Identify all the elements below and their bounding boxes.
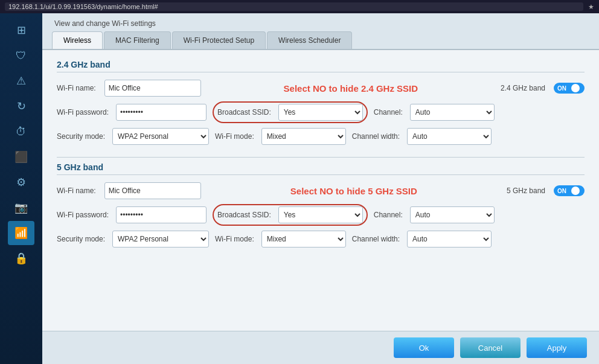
- band-24ghz-annotation: Select NO to hide 2.4 GHz SSID: [206, 83, 496, 94]
- band-24ghz-toggle[interactable]: ON: [554, 83, 585, 94]
- band-5ghz-channel-group: Channel: Auto3640: [374, 206, 495, 223]
- band-24ghz-band-label: 2.4 GHz band: [501, 84, 549, 92]
- content-area: View and change Wi-Fi settings Wireless …: [42, 13, 599, 364]
- cancel-button[interactable]: Cancel: [460, 337, 521, 358]
- tabs-bar: Wireless MAC Filtering Wi-Fi Protected S…: [42, 31, 599, 49]
- top-bar: 192.168.1.1/ui/1.0.99.191563/dynamic/hom…: [0, 0, 599, 13]
- band-5ghz-wifimode-label: Wi-Fi mode:: [215, 235, 258, 243]
- band-5ghz-toggle-circle: [571, 187, 580, 195]
- band-5ghz-password-group: Wi-Fi password:: [57, 206, 207, 223]
- band-24ghz-toggle-circle: [571, 84, 580, 92]
- band-5ghz-channel-select[interactable]: Auto3640: [410, 206, 495, 223]
- band-5ghz-name-input[interactable]: [104, 182, 201, 199]
- band-5ghz-toggle[interactable]: ON: [554, 185, 585, 196]
- tab-wireless[interactable]: Wireless: [52, 31, 103, 49]
- ok-button[interactable]: Ok: [394, 337, 454, 358]
- band-24ghz-channel-group: Channel: Auto123: [374, 104, 495, 121]
- band-5ghz-wifimode-select[interactable]: Mixed 802.11ac: [261, 231, 346, 247]
- band-5ghz-row1: Wi-Fi name: Select NO to hide 5 GHz SSID…: [57, 182, 585, 199]
- band-5ghz-wifimode-group: Wi-Fi mode: Mixed 802.11ac: [215, 231, 346, 247]
- band-24ghz-channel-label: Channel:: [374, 108, 406, 117]
- sidebar-icon-wifi[interactable]: 📶: [8, 221, 34, 245]
- band-5ghz-annotation: Select NO to hide 5 GHz SSID: [206, 186, 502, 196]
- sidebar-icon-clock[interactable]: ⏱: [8, 120, 34, 144]
- apply-button[interactable]: Apply: [527, 337, 587, 358]
- band-24ghz-chwidth-select[interactable]: Auto 20 MHz 40 MHz: [407, 128, 492, 145]
- tab-scheduler[interactable]: Wireless Scheduler: [267, 31, 352, 49]
- band-24ghz-chwidth-label: Channel width:: [352, 132, 403, 141]
- main-panel: 2.4 GHz band Wi-Fi name: Select NO to hi…: [42, 49, 599, 331]
- sidebar-icon-camera[interactable]: 📷: [8, 196, 34, 220]
- band-24ghz-password-label: Wi-Fi password:: [57, 108, 112, 117]
- tab-mac-filtering[interactable]: MAC Filtering: [104, 31, 171, 49]
- band-5ghz-row2: Wi-Fi password: Broadcast SSID: Yes No C…: [57, 204, 585, 226]
- band-24ghz-row1: Wi-Fi name: Select NO to hide 2.4 GHz SS…: [57, 80, 585, 97]
- band-24ghz-broadcast-select[interactable]: Yes No: [278, 104, 363, 121]
- band-5ghz-section: 5 GHz band Wi-Fi name: Select NO to hide…: [57, 162, 585, 247]
- band-24ghz-name-label: Wi-Fi name:: [57, 84, 100, 92]
- band-5ghz-chwidth-select[interactable]: Auto 20 MHz 40 MHz 80 MHz: [407, 231, 492, 247]
- band-24ghz-wifimode-select[interactable]: Mixed 802.11n only: [261, 128, 346, 145]
- band-24ghz-row3: Security mode: WPA2 Personal WPA Persona…: [57, 128, 585, 145]
- band-5ghz-password-label: Wi-Fi password:: [57, 211, 112, 219]
- band-5ghz-band-label: 5 GHz band: [507, 187, 549, 195]
- sidebar-icon-sync[interactable]: ↻: [8, 94, 34, 118]
- band-divider: [57, 157, 585, 158]
- page-subtitle: View and change Wi-Fi settings: [42, 13, 599, 31]
- bottom-bar: Ok Cancel Apply: [42, 331, 599, 364]
- band-5ghz-channel-label: Channel:: [374, 211, 406, 219]
- band-24ghz-title: 2.4 GHz band: [57, 60, 585, 72]
- band-24ghz-section: 2.4 GHz band Wi-Fi name: Select NO to hi…: [57, 60, 585, 145]
- band-24ghz-broadcast-label: Broadcast SSID:: [217, 108, 275, 117]
- band-24ghz-security-group: Security mode: WPA2 Personal WPA Persona…: [57, 128, 209, 145]
- band-5ghz-security-select[interactable]: WPA2 Personal WPA Personal: [112, 231, 209, 247]
- band-24ghz-chwidth-group: Channel width: Auto 20 MHz 40 MHz: [352, 128, 492, 145]
- band-5ghz-toggle-area: 5 GHz band ON: [507, 185, 585, 196]
- band-24ghz-password-input[interactable]: [116, 104, 207, 121]
- band-24ghz-name-input[interactable]: [104, 80, 201, 97]
- band-24ghz-toggle-area: 2.4 GHz band ON: [501, 83, 585, 94]
- band-5ghz-row3: Security mode: WPA2 Personal WPA Persona…: [57, 231, 585, 247]
- top-bar-url: 192.168.1.1/ui/1.0.99.191563/dynamic/hom…: [5, 2, 583, 11]
- band-24ghz-channel-select[interactable]: Auto123: [410, 104, 495, 121]
- band-5ghz-chwidth-label: Channel width:: [352, 235, 403, 243]
- band-24ghz-security-label: Security mode:: [57, 132, 109, 141]
- band-24ghz-wifimode-group: Wi-Fi mode: Mixed 802.11n only: [215, 128, 346, 145]
- sidebar-icon-home[interactable]: ⊞: [8, 18, 34, 42]
- band-5ghz-security-group: Security mode: WPA2 Personal WPA Persona…: [57, 231, 209, 247]
- top-bar-star: ★: [588, 3, 594, 11]
- band-24ghz-toggle-label: ON: [557, 85, 566, 92]
- sidebar-icon-settings[interactable]: ⚙: [8, 170, 34, 194]
- band-24ghz-password-group: Wi-Fi password:: [57, 104, 207, 121]
- band-5ghz-broadcast-label: Broadcast SSID:: [217, 211, 275, 219]
- band-24ghz-security-select[interactable]: WPA2 Personal WPA Personal: [112, 128, 209, 145]
- band-5ghz-chwidth-group: Channel width: Auto 20 MHz 40 MHz 80 MHz: [352, 231, 492, 247]
- band-5ghz-password-input[interactable]: [116, 206, 207, 223]
- band-24ghz-name-group: Wi-Fi name:: [57, 80, 201, 97]
- tab-wps[interactable]: Wi-Fi Protected Setup: [172, 31, 266, 49]
- band-5ghz-name-label: Wi-Fi name:: [57, 187, 100, 195]
- band-5ghz-title: 5 GHz band: [57, 162, 585, 175]
- band-24ghz-broadcast-group: Broadcast SSID: Yes No: [213, 101, 368, 123]
- band-24ghz-wifimode-label: Wi-Fi mode:: [215, 132, 258, 141]
- band-5ghz-broadcast-select[interactable]: Yes No: [278, 206, 363, 223]
- band-5ghz-security-label: Security mode:: [57, 235, 109, 243]
- sidebar-icon-network[interactable]: ⬛: [8, 145, 34, 169]
- band-24ghz-row2: Wi-Fi password: Broadcast SSID: Yes No C…: [57, 101, 585, 123]
- band-5ghz-broadcast-group: Broadcast SSID: Yes No: [213, 204, 368, 226]
- sidebar-icon-shield[interactable]: 🛡: [8, 43, 34, 68]
- sidebar-icon-warning[interactable]: ⚠: [8, 69, 34, 93]
- sidebar-icon-lock[interactable]: 🔒: [8, 246, 34, 270]
- sidebar: ⊞ 🛡 ⚠ ↻ ⏱ ⬛ ⚙ 📷 📶 🔒: [0, 13, 42, 364]
- band-5ghz-name-group: Wi-Fi name:: [57, 182, 201, 199]
- band-5ghz-toggle-label: ON: [557, 188, 566, 194]
